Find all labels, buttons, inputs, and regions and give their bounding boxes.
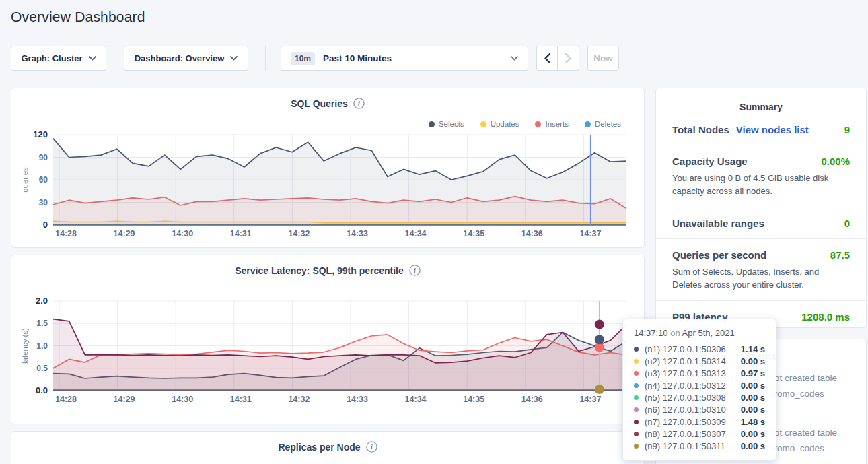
tooltip-node-row: (n7) 127.0.0.1:503091.48 s [634, 416, 765, 428]
svg-text:14:29: 14:29 [114, 229, 135, 238]
svg-text:14:32: 14:32 [288, 229, 310, 238]
svg-text:1.0: 1.0 [36, 341, 48, 351]
chart-hover-tooltip: 14:37:10 on Apr 5th, 2021 (n1) 127.0.0.1… [622, 319, 776, 461]
summary-label: Capacity Usage [672, 156, 748, 167]
svg-text:30: 30 [39, 198, 48, 207]
time-window-picker[interactable]: 10m Past 10 Minutes [281, 46, 528, 71]
chevron-left-icon [544, 53, 550, 63]
time-back-button[interactable] [536, 46, 558, 71]
svg-text:14:31: 14:31 [230, 229, 252, 238]
node-color-dot [634, 347, 639, 352]
y-axis-title: queries [21, 167, 29, 193]
summary-row-total-nodes: Total NodesView nodes list9 [656, 114, 866, 145]
svg-text:14:37: 14:37 [579, 229, 601, 238]
summary-description: Sum of Selects, Updates, Inserts, and De… [672, 265, 850, 291]
node-color-dot [634, 407, 639, 412]
node-address: (n6) 127.0.0.1:50310 [645, 405, 726, 415]
node-address: (n5) 127.0.0.1:50308 [645, 393, 726, 403]
time-window-label: Past 10 Minutes [323, 53, 392, 63]
node-latency-value: 1.48 s [741, 417, 765, 427]
y-axis-labels: 0.00.51.01.52.0 [36, 296, 48, 395]
svg-text:90: 90 [39, 153, 48, 162]
summary-row-queries-per-second: Queries per second87.5Sum of Selects, Up… [656, 239, 866, 301]
tooltip-node-row: (n1) 127.0.0.1:503061.14 s [634, 343, 765, 355]
replicas-per-node-panel: Replicas per Node i [11, 431, 645, 464]
service-latency-chart[interactable]: 0.00.51.01.52.0latency (s)14:2814:2914:3… [11, 255, 645, 425]
node-latency-value: 0.00 s [741, 380, 765, 391]
sql-queries-panel: SQL Queries i SelectsUpdatesInsertsDelet… [11, 88, 645, 248]
summary-value: 0 [844, 218, 850, 229]
node-address: (n3) 127.0.0.1:50313 [645, 368, 726, 378]
svg-text:60: 60 [39, 175, 48, 185]
node-address: (n9) 127.0.0.1:50311 [645, 441, 725, 451]
node-address: (n2) 127.0.0.1:50314 [645, 356, 726, 366]
info-icon[interactable]: i [366, 441, 377, 453]
svg-text:14:30: 14:30 [172, 395, 193, 404]
node-latency-value: 0.97 s [741, 368, 765, 378]
summary-title: Summary [656, 88, 866, 114]
node-latency-value: 0.00 s [741, 441, 765, 451]
node-address: (n8) 127.0.0.1:50307 [645, 429, 726, 439]
svg-text:14:34: 14:34 [405, 395, 427, 404]
graph-dropdown-label: Graph: Cluster [21, 53, 82, 63]
controls-divider [265, 46, 266, 71]
tooltip-node-row: (n6) 127.0.0.1:503100.00 s [634, 403, 765, 416]
summary-panel: Summary Total NodesView nodes list9Capac… [655, 88, 867, 328]
page-title: Overview Dashboard [11, 9, 145, 25]
node-color-dot [634, 371, 639, 376]
time-forward-button[interactable] [558, 46, 579, 71]
node-color-dot [634, 420, 639, 424]
node-latency-value: 0.00 s [741, 356, 765, 366]
svg-text:120: 120 [33, 129, 48, 139]
summary-row-capacity-usage: Capacity Usage0.00%You are using 0 B of … [656, 145, 866, 207]
node-color-dot [634, 432, 639, 436]
svg-text:14:33: 14:33 [347, 229, 368, 238]
now-button[interactable]: Now [587, 46, 619, 71]
svg-text:14:32: 14:32 [288, 395, 310, 404]
hover-point [595, 385, 604, 394]
svg-text:0.5: 0.5 [36, 364, 48, 373]
svg-text:14:28: 14:28 [55, 229, 77, 238]
y-axis-labels: 0306090120 [33, 129, 48, 230]
node-latency-value: 0.00 s [741, 429, 765, 439]
tooltip-node-row: (n8) 127.0.0.1:503070.00 s [634, 428, 765, 440]
tooltip-timestamp: 14:37:10 on Apr 5th, 2021 [634, 328, 765, 338]
summary-value: 87.5 [830, 249, 850, 261]
node-color-dot [634, 359, 639, 364]
node-latency-value: 0.00 s [741, 405, 765, 415]
svg-text:14:29: 14:29 [114, 395, 135, 404]
replicas-per-node-title: Replicas per Node i [11, 432, 644, 453]
node-address: (n4) 127.0.0.1:50312 [645, 380, 726, 391]
time-nav-buttons [536, 46, 579, 71]
chevron-down-icon [230, 56, 238, 61]
svg-text:14:33: 14:33 [347, 395, 368, 404]
node-latency-value: 1.14 s [741, 344, 765, 354]
node-address: (n7) 127.0.0.1:50309 [645, 417, 726, 427]
svg-text:14:36: 14:36 [521, 229, 543, 238]
view-nodes-list-link[interactable]: View nodes list [736, 124, 809, 135]
chevron-down-icon [89, 56, 96, 61]
summary-row-unavailable-ranges: Unavailable ranges0 [656, 207, 866, 239]
sql-queries-chart[interactable]: 0306090120queries14:2814:2914:3014:3114:… [11, 88, 645, 248]
svg-text:14:35: 14:35 [463, 229, 484, 238]
node-color-dot [634, 383, 639, 388]
tooltip-node-row: (n9) 127.0.0.1:503110.00 s [634, 440, 765, 452]
dashboard-dropdown-label: Dashboard: Overview [135, 53, 225, 63]
node-color-dot [634, 444, 639, 449]
hover-point [595, 335, 604, 344]
svg-text:1.5: 1.5 [36, 319, 48, 328]
time-window-badge: 10m [291, 52, 315, 65]
svg-text:14:28: 14:28 [55, 395, 77, 404]
node-address: (n1) 127.0.0.1:50306 [645, 344, 726, 354]
summary-label: Unavailable ranges [672, 218, 764, 229]
node-latency-value: 0.00 s [741, 393, 765, 403]
svg-text:i: i [371, 443, 373, 451]
svg-text:14:36: 14:36 [521, 395, 543, 404]
tooltip-node-row: (n5) 127.0.0.1:503080.00 s [634, 391, 765, 403]
summary-description: You are using 0 B of 4.5 GiB usable disk… [672, 172, 850, 197]
x-axis-labels: 14:2814:2914:3014:3114:3214:3314:3414:35… [55, 229, 601, 238]
service-latency-panel: Service Latency: SQL, 99th percentile i … [11, 255, 645, 424]
summary-label: Queries per second [672, 249, 766, 261]
dashboard-dropdown[interactable]: Dashboard: Overview [124, 46, 248, 71]
graph-dropdown[interactable]: Graph: Cluster [11, 46, 106, 71]
